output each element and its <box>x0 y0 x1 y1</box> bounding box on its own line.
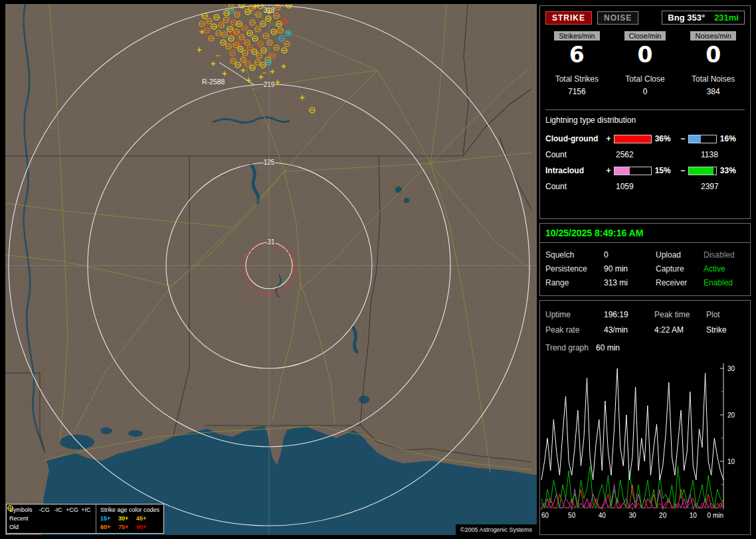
ring-label-125: 125 <box>264 159 275 166</box>
legend-row-recent: Recent <box>9 514 93 523</box>
session-row-1: Uptime 196:19 Peak time Plot <box>545 307 745 322</box>
legend-age-header: Strike age color codes <box>100 506 159 514</box>
legend-symbols: Symbols-CG-IC+CG+IC Recent Old <box>7 504 96 533</box>
total-close: Total Close 0 <box>611 74 680 96</box>
range-tool-label: R-2588 <box>202 78 225 86</box>
trend-graph-window: 60 min <box>596 343 620 352</box>
total-close-label: Total Close <box>611 74 680 84</box>
peak-rate-label: Peak rate <box>545 325 604 335</box>
minus-sign: − <box>680 166 686 175</box>
total-strikes: Total Strikes 7156 <box>543 74 611 96</box>
ic-neg-bar <box>688 167 717 175</box>
noises-per-min-value: 0 <box>679 42 747 68</box>
total-noises: Total Noises 384 <box>679 74 747 96</box>
close-per-min-label: Close/min <box>624 31 666 40</box>
svg-text:30: 30 <box>727 365 735 372</box>
cloud-ground-label: Cloud-ground <box>545 134 605 143</box>
intracloud-count-row: Count 1059 2397 <box>545 178 745 195</box>
plot-value: Strike <box>706 325 745 335</box>
upload-label: Upload <box>656 250 704 260</box>
upload-state: Disabled <box>704 250 745 260</box>
noises-per-min-label: Noises/min <box>690 31 735 40</box>
status-row-range: Range 313 mi Receiver Enabled <box>545 275 745 289</box>
ic-neg-count: 2397 <box>701 182 719 191</box>
close-per-min: Close/min 0 <box>611 31 680 68</box>
peak-time-value: 4:22 AM <box>654 325 706 335</box>
copyright-notice: ©2005 Astrogenic Systems <box>456 524 537 535</box>
plus-sign: + <box>605 166 612 175</box>
squelch-value: 0 <box>604 250 656 260</box>
receiver-state: Enabled <box>704 278 745 287</box>
ic-pos-count: 1059 <box>607 182 701 191</box>
cg-pos-bar <box>614 135 652 143</box>
cg-neg-count: 1138 <box>701 150 718 159</box>
map-legend: Symbols-CG-IC+CG+IC Recent Old Strike ag… <box>6 504 164 534</box>
nexstorm-app: { "colors": { "land": "#6e6156", "water"… <box>0 0 756 539</box>
status-row-squelch: Squelch 0 Upload Disabled <box>545 248 745 262</box>
plus-sign: + <box>605 134 612 143</box>
legend-age-row-1: 15+30+45+ <box>100 514 159 523</box>
uptime-label: Uptime <box>545 310 604 319</box>
persistence-label: Persistence <box>545 264 604 273</box>
svg-text:60: 60 <box>541 512 549 519</box>
ic-neg-pct: 33% <box>719 166 745 175</box>
legend-age-row-2: 60+75+90+ <box>100 523 159 532</box>
datetime-display: 10/25/2025 8:49:16 AM <box>540 224 750 243</box>
squelch-label: Squelch <box>545 250 604 260</box>
capture-state: Active <box>704 264 745 273</box>
intracloud-row: Intracloud + 15% − 33% <box>545 163 745 178</box>
bearing-display: Bng 353° 231mi <box>662 11 745 25</box>
peak-rate-value: 43/min <box>604 325 654 335</box>
strikes-per-min: Strikes/min 6 <box>543 31 611 68</box>
svg-text:0 min: 0 min <box>708 512 723 519</box>
trend-graph: 1020306050403020100 min <box>540 360 742 528</box>
minus-sign: − <box>680 134 686 143</box>
strike-indicator-button[interactable]: STRIKE <box>545 11 592 25</box>
totals-row: Total Strikes 7156 Total Close 0 Total N… <box>540 74 750 96</box>
svg-text:40: 40 <box>599 512 607 519</box>
uptime-value: 196:19 <box>604 310 654 319</box>
range-label: Range <box>545 278 604 287</box>
lightning-map[interactable]: 313 219 125 31 R-2588 Symbols-CG-IC+CG+I… <box>5 4 537 535</box>
svg-text:10: 10 <box>690 512 698 519</box>
trend-graph-label: Trend graph <box>545 343 596 352</box>
persistence-value: 90 min <box>604 264 656 273</box>
total-strikes-label: Total Strikes <box>543 74 611 84</box>
svg-text:50: 50 <box>568 512 576 519</box>
ring-label-31: 31 <box>267 238 275 246</box>
status-row-persistence: Persistence 90 min Capture Active <box>545 262 745 275</box>
plot-label: Plot <box>706 310 745 319</box>
strikes-per-min-value: 6 <box>543 42 611 68</box>
bearing-value: Bng 353° <box>668 13 705 23</box>
count-label: Count <box>545 150 607 159</box>
cg-pos-count: 2562 <box>607 150 701 159</box>
noise-indicator-button[interactable]: NOISE <box>597 11 638 25</box>
sidebar: STRIKE NOISE Bng 353° 231mi Strikes/min … <box>539 0 751 539</box>
total-close-value: 0 <box>611 87 680 96</box>
svg-text:20: 20 <box>727 412 735 419</box>
panel-trend: Uptime 196:19 Peak time Plot Peak rate 4… <box>539 300 751 535</box>
noises-per-min: Noises/min 0 <box>679 31 747 68</box>
svg-text:30: 30 <box>628 512 636 519</box>
svg-text:20: 20 <box>659 512 667 519</box>
ring-label-219: 219 <box>264 81 275 88</box>
lightning-type-distribution: Lightning type distribution Cloud-ground… <box>545 110 745 195</box>
legend-age-codes: Strike age color codes 15+30+45+ 60+75+9… <box>96 504 163 533</box>
receiver-label: Receiver <box>656 278 704 287</box>
cg-neg-bar <box>688 135 717 143</box>
svg-text:10: 10 <box>727 458 735 465</box>
total-noises-value: 384 <box>679 87 747 96</box>
capture-label: Capture <box>656 264 704 273</box>
distribution-title: Lightning type distribution <box>545 116 745 125</box>
panel-status: 10/25/2025 8:49:16 AM Squelch 0 Upload D… <box>539 223 751 296</box>
ic-pos-pct: 15% <box>654 166 680 175</box>
intracloud-label: Intracloud <box>545 166 605 175</box>
session-row-2: Peak rate 43/min 4:22 AM Strike <box>545 322 745 337</box>
panel-strike-stats: STRIKE NOISE Bng 353° 231mi Strikes/min … <box>539 5 751 219</box>
bearing-range-value: 231mi <box>714 13 739 23</box>
total-noises-label: Total Noises <box>679 74 747 84</box>
range-value: 313 mi <box>604 278 656 287</box>
count-label: Count <box>545 182 607 191</box>
legend-symbol-headers: Symbols-CG-IC+CG+IC <box>9 506 93 514</box>
cg-pos-pct: 36% <box>654 134 680 143</box>
